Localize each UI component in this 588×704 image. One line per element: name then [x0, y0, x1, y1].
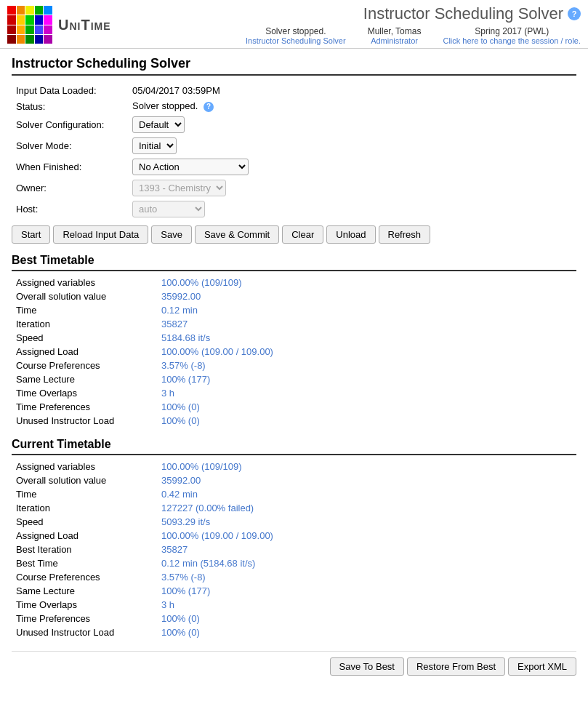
- clear-button[interactable]: Clear: [282, 225, 323, 244]
- restore-from-best-button[interactable]: Restore From Best: [407, 657, 505, 676]
- solver-config-label: Solver Configuration:: [12, 114, 128, 135]
- app-title: Instructor Scheduling Solver ?: [246, 4, 581, 23]
- best-timetable-table: Assigned variables100.00% (109/109)Overa…: [12, 276, 576, 428]
- host-row: Host: auto: [12, 199, 576, 220]
- stat-label: Unused Instructor Load: [12, 414, 157, 428]
- refresh-button[interactable]: Refresh: [379, 225, 431, 244]
- host-label: Host:: [12, 199, 128, 220]
- stat-value: 100.00% (109.00 / 109.00): [157, 345, 576, 359]
- stat-value: 0.12 min (5184.68 it/s): [157, 556, 576, 570]
- when-finished-label: When Finished:: [12, 156, 128, 177]
- session-sub[interactable]: Click here to change the session / role.: [443, 36, 581, 45]
- input-data-label: Input Data Loaded:: [12, 83, 128, 98]
- table-row: Time0.12 min: [12, 303, 576, 317]
- when-finished-row: When Finished: No Action: [12, 156, 576, 177]
- unitime-brand: UniTime: [58, 17, 111, 33]
- host-select[interactable]: auto: [132, 201, 205, 217]
- save-button[interactable]: Save: [151, 225, 192, 244]
- table-row: Course Preferences3.57% (-8): [12, 570, 576, 584]
- table-row: Time0.42 min: [12, 487, 576, 501]
- table-row: Time Preferences100% (0): [12, 612, 576, 625]
- save-to-best-button[interactable]: Save To Best: [330, 657, 404, 676]
- header-left: UniTime: [7, 6, 111, 44]
- table-row: Time Overlaps3 h: [12, 386, 576, 400]
- host-cell: auto: [128, 199, 576, 220]
- table-row: Iteration35827: [12, 317, 576, 331]
- table-row: Iteration127227 (0.00% failed): [12, 501, 576, 515]
- stat-label: Time Overlaps: [12, 386, 157, 400]
- stat-value: 5184.68 it/s: [157, 331, 576, 345]
- status-text: Solver stopped.: [132, 100, 198, 111]
- form-table: Input Data Loaded: 05/04/2017 03:59PM St…: [12, 83, 576, 220]
- solver-mode-row: Solver Mode: Initial: [12, 135, 576, 156]
- stat-value: 100% (177): [157, 372, 576, 386]
- time-text: Time: [81, 17, 110, 33]
- stat-label: Assigned Load: [12, 345, 157, 359]
- input-data-value: 05/04/2017 03:59PM: [128, 83, 576, 98]
- stat-label: Course Preferences: [12, 570, 157, 584]
- solver-config-cell: Default: [128, 114, 576, 135]
- stat-value: 127227 (0.00% failed): [157, 501, 576, 515]
- current-timetable-table: Assigned variables100.00% (109/109)Overa…: [12, 460, 576, 639]
- stat-label: Assigned variables: [12, 460, 157, 473]
- table-row: Assigned variables100.00% (109/109): [12, 460, 576, 473]
- stat-value: 3.57% (-8): [157, 570, 576, 584]
- stat-value: 35827: [157, 543, 576, 556]
- table-row: Speed5093.29 it/s: [12, 515, 576, 529]
- owner-select[interactable]: 1393 - Chemistry: [132, 180, 226, 196]
- user-info: Muller, Tomas Administrator: [368, 26, 422, 45]
- stat-label: Overall solution value: [12, 289, 157, 303]
- table-row: Time Overlaps3 h: [12, 598, 576, 612]
- stat-label: Speed: [12, 515, 157, 529]
- stat-value: 3.57% (-8): [157, 359, 576, 372]
- table-row: Assigned variables100.00% (109/109): [12, 276, 576, 289]
- stat-label: Time Preferences: [12, 400, 157, 414]
- logo: [7, 6, 52, 44]
- stat-value: 100% (0): [157, 414, 576, 428]
- solver-status-label: Solver stopped.: [246, 26, 346, 36]
- table-row: Best Iteration35827: [12, 543, 576, 556]
- stat-value: 0.12 min: [157, 303, 576, 317]
- stat-label: Iteration: [12, 501, 157, 515]
- status-value: Solver stopped. ?: [128, 98, 576, 114]
- table-row: Unused Instructor Load100% (0): [12, 625, 576, 639]
- owner-row: Owner: 1393 - Chemistry: [12, 177, 576, 199]
- stat-label: Time Overlaps: [12, 598, 157, 612]
- stat-value: 0.42 min: [157, 487, 576, 501]
- status-row: Status: Solver stopped. ?: [12, 98, 576, 114]
- app-title-text: Instructor Scheduling Solver: [363, 4, 563, 23]
- solver-mode-label: Solver Mode:: [12, 135, 128, 156]
- reload-button[interactable]: Reload Input Data: [53, 225, 148, 244]
- table-row: Course Preferences3.57% (-8): [12, 359, 576, 372]
- table-row: Unused Instructor Load100% (0): [12, 414, 576, 428]
- solver-mode-select[interactable]: Initial: [132, 137, 177, 154]
- header-info: Solver stopped. Instructor Scheduling So…: [246, 26, 581, 45]
- table-row: Time Preferences100% (0): [12, 400, 576, 414]
- solver-config-select[interactable]: Default: [132, 116, 185, 133]
- stat-value: 35992.00: [157, 473, 576, 487]
- status-help-icon[interactable]: ?: [204, 102, 214, 112]
- when-finished-select[interactable]: No Action: [132, 159, 249, 175]
- header-right: Instructor Scheduling Solver ? Solver st…: [246, 4, 581, 45]
- stat-label: Time Preferences: [12, 612, 157, 625]
- table-row: Same Lecture100% (177): [12, 584, 576, 598]
- stat-label: Speed: [12, 331, 157, 345]
- stat-value: 3 h: [157, 386, 576, 400]
- owner-label: Owner:: [12, 177, 128, 199]
- header: UniTime Instructor Scheduling Solver ? S…: [0, 0, 588, 49]
- solver-mode-cell: Initial: [128, 135, 576, 156]
- action-buttons: Start Reload Input Data Save Save & Comm…: [12, 225, 576, 244]
- export-xml-button[interactable]: Export XML: [508, 657, 576, 676]
- page-content: Instructor Scheduling Solver Input Data …: [0, 49, 588, 683]
- stat-value: 100% (0): [157, 625, 576, 639]
- stat-label: Same Lecture: [12, 584, 157, 598]
- start-button[interactable]: Start: [12, 225, 50, 244]
- save-commit-button[interactable]: Save & Commit: [195, 225, 279, 244]
- stat-label: Assigned variables: [12, 276, 157, 289]
- table-row: Speed5184.68 it/s: [12, 331, 576, 345]
- bottom-buttons: Save To Best Restore From Best Export XM…: [12, 651, 576, 676]
- help-icon[interactable]: ?: [568, 7, 581, 20]
- unload-button[interactable]: Unload: [326, 225, 375, 244]
- stat-label: Time: [12, 303, 157, 317]
- solver-status-sub[interactable]: Instructor Scheduling Solver: [246, 36, 346, 45]
